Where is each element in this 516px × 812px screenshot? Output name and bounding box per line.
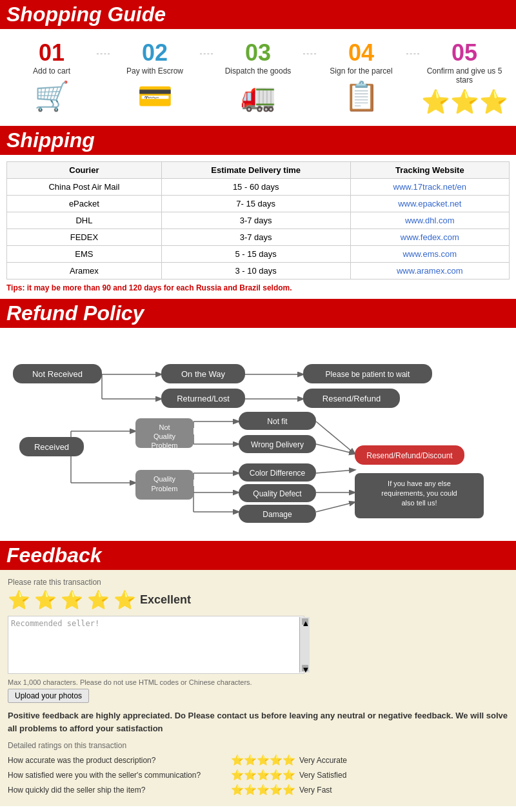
feedback-header: Feedback — [0, 541, 516, 570]
step-5-number: 05 — [452, 39, 477, 66]
delivery-cell: 7- 15 days — [161, 196, 350, 212]
shipping-header: Shipping — [0, 126, 516, 155]
rating-answer: Very Satisfied — [299, 771, 346, 780]
step-1-label: Add to cart — [33, 66, 70, 76]
shopping-guide-header: Shopping Guide — [0, 0, 516, 29]
if-you-have-label2: requirements, you could — [381, 489, 457, 497]
step-2-label: Pay with Escrow — [126, 66, 183, 76]
table-row: China Post Air Mail 15 - 60 days www.17t… — [7, 179, 510, 196]
rating-label: Excellent — [140, 593, 191, 607]
step-3: 03 Dispatch the goods 🚛 — [213, 39, 303, 113]
feedback-input[interactable]: Recommended seller! — [8, 616, 304, 674]
returned-lost-label: Returned/Lost — [177, 394, 230, 403]
not-quality-label3: Problem — [152, 442, 178, 449]
detailed-ratings-label: Detailed ratings on this transaction — [8, 741, 508, 750]
step-1-number: 01 — [39, 39, 64, 66]
website-cell: www.aramex.com — [350, 263, 509, 279]
rating-question: How accurate was the product description… — [8, 756, 227, 765]
not-quality-label: Not — [159, 423, 170, 431]
scroll-down[interactable]: ▼ — [302, 665, 308, 671]
quality-problem-label: Quality — [154, 475, 176, 483]
star-3: ⭐ — [61, 589, 83, 611]
table-row: FEDEX 3-7 days www.fedex.com — [7, 229, 510, 246]
wrong-delivery-label: Wrong Delivery — [251, 440, 304, 449]
star-2: ⭐ — [34, 589, 57, 611]
step-1-icon: 🛒 — [34, 79, 70, 113]
website-cell: www.ems.com — [350, 246, 509, 263]
quality-problem-label2: Problem — [152, 485, 178, 492]
shipping-tips: Tips: it may be more than 90 and 120 day… — [6, 283, 510, 292]
col-website: Tracking Website — [350, 162, 509, 179]
not-received-label: Not Received — [32, 369, 83, 379]
step-2: 02 Pay with Escrow 💳 — [110, 39, 200, 113]
star-4: ⭐ — [87, 589, 110, 611]
textarea-container: Recommended seller! ▲ ▼ — [8, 616, 311, 676]
step-3-icon: 🚛 — [241, 79, 276, 113]
courier-cell: Aramex — [7, 263, 162, 279]
website-cell: www.dhl.com — [350, 212, 509, 229]
refund-header: Refund Policy — [0, 299, 516, 328]
feedback-title: Feedback — [6, 543, 102, 567]
refund-body: Not Received On the Way Returned/Lost Pl… — [0, 328, 516, 541]
shipping-table: Courier Estimate Delivery time Tracking … — [6, 161, 510, 279]
shopping-guide-section: Shopping Guide 01 Add to cart 🛒 02 Pay w… — [0, 0, 516, 126]
rating-row: How satisfied were you with the seller's… — [8, 769, 508, 781]
shipping-title: Shipping — [6, 128, 95, 152]
step-5-icon: ⭐⭐⭐ — [421, 88, 508, 116]
scrollbar[interactable]: ▲ ▼ — [299, 617, 310, 673]
rating-stars: ⭐⭐⭐⭐⭐ — [231, 784, 295, 796]
received-label: Received — [34, 442, 69, 452]
positive-feedback-text: Positive feedback are highly appreciated… — [8, 709, 508, 735]
step-2-icon: 💳 — [137, 79, 173, 113]
shopping-guide-title: Shopping Guide — [6, 3, 166, 26]
shipping-section: Shipping Courier Estimate Delivery time … — [0, 126, 516, 299]
not-fit-label: Not fit — [267, 417, 288, 426]
delivery-cell: 5 - 15 days — [161, 246, 350, 263]
feedback-section: Feedback Please rate this transaction ⭐ … — [0, 541, 516, 806]
rating-answer: Very Accurate — [299, 756, 347, 765]
website-cell: www.fedex.com — [350, 229, 509, 246]
refund-flowchart: Not Received On the Way Returned/Lost Pl… — [6, 334, 510, 534]
step-3-number: 03 — [245, 39, 271, 66]
refund-title: Refund Policy — [6, 301, 144, 325]
shipping-body: Courier Estimate Delivery time Tracking … — [0, 155, 516, 299]
website-cell: www.17track.net/en — [350, 179, 509, 196]
star-1: ⭐ — [8, 589, 30, 611]
rating-answer: Very Fast — [299, 786, 332, 795]
svg-line-21 — [316, 470, 355, 473]
table-row: Aramex 3 - 10 days www.aramex.com — [7, 263, 510, 279]
quality-defect-label: Quality Defect — [253, 489, 302, 498]
if-you-have-label3: also tell us! — [401, 499, 437, 507]
not-quality-label2: Quality — [154, 432, 176, 440]
step-4: 04 Sign for the parcel 📋 — [316, 39, 406, 113]
char-limit: Max 1,000 characters. Please do not use … — [8, 678, 508, 686]
rating-stars: ⭐⭐⭐⭐⭐ — [231, 769, 295, 781]
resend-refund-discount-label: Resend/Refund/Discount — [366, 451, 453, 460]
courier-cell: China Post Air Mail — [7, 179, 162, 196]
color-diff-label: Color Difference — [250, 469, 306, 478]
rating-row: How accurate was the product description… — [8, 754, 508, 766]
svg-line-23 — [316, 502, 355, 512]
shopping-guide-body: 01 Add to cart 🛒 02 Pay with Escrow 💳 03… — [0, 29, 516, 126]
rate-label: Please rate this transaction — [8, 578, 508, 587]
col-courier: Courier — [7, 162, 162, 179]
rating-question: How satisfied were you with the seller's… — [8, 771, 227, 780]
connector-1 — [97, 54, 110, 54]
on-the-way-label: On the Way — [181, 369, 226, 379]
rating-row: How quickly did the seller ship the item… — [8, 784, 508, 796]
delivery-cell: 3-7 days — [161, 212, 350, 229]
step-4-label: Sign for the parcel — [330, 66, 392, 76]
table-row: EMS 5 - 15 days www.ems.com — [7, 246, 510, 263]
ratings-container: How accurate was the product description… — [8, 754, 508, 796]
connector-3 — [303, 54, 316, 54]
stars-row: ⭐ ⭐ ⭐ ⭐ ⭐ Excellent — [8, 589, 508, 611]
if-you-have-label: If you have any else — [388, 480, 451, 487]
resend-refund-label: Resend/Refund — [322, 394, 381, 403]
step-4-number: 04 — [348, 39, 374, 66]
courier-cell: DHL — [7, 212, 162, 229]
feedback-body: Please rate this transaction ⭐ ⭐ ⭐ ⭐ ⭐ E… — [0, 570, 516, 806]
step-5: 05 Confirm and give us 5 stars ⭐⭐⭐ — [419, 39, 510, 116]
scroll-up[interactable]: ▲ — [302, 618, 308, 625]
delivery-cell: 3-7 days — [161, 229, 350, 246]
upload-button[interactable]: Upload your photos — [8, 689, 89, 703]
